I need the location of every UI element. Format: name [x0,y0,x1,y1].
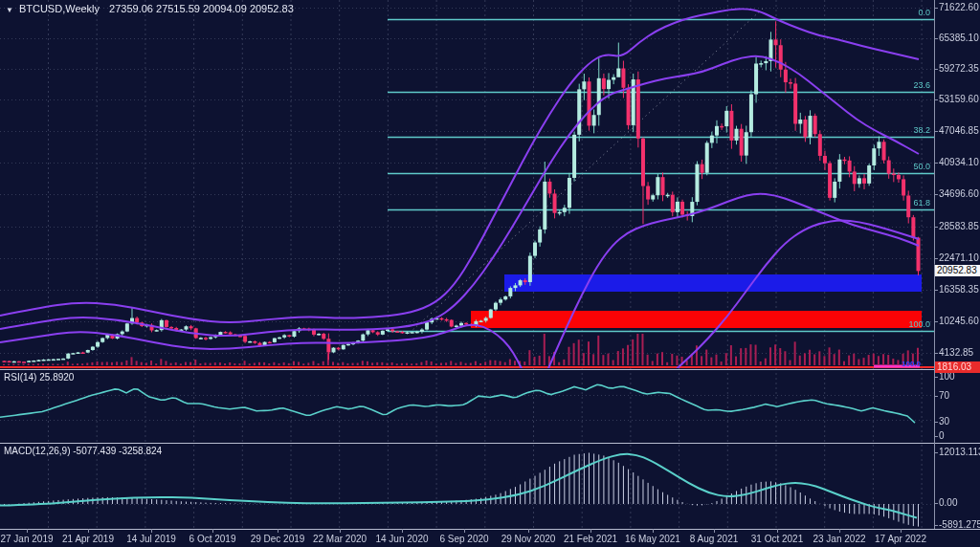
fib-level-label: 23.6 [913,80,930,90]
date-label: 6 Oct 2019 [189,534,236,544]
macd-axis-label: -5891.275 [939,519,980,530]
fib-level-label: 50.0 [913,162,930,171]
price-axis-label: 22471.10 [939,252,979,263]
symbol-marker-icon: ▼ [6,6,13,14]
rsi-indicator-label: RSI(14) 25.8920 [4,372,74,383]
rsi-axis-label: 30 [939,416,949,427]
rsi-axis-label: 70 [939,390,949,401]
date-label: 14 Jun 2020 [375,534,428,544]
date-label: 8 Aug 2021 [690,534,739,544]
price-axis-label: 28583.85 [939,221,979,231]
fib-level-label: 38.2 [913,125,930,135]
price-axis-label: 47046.85 [939,125,979,136]
trading-chart-window: 71622.6065385.1059272.3553159.6047046.85… [0,0,980,547]
price-axis-label: 40934.10 [939,157,979,167]
price-axis-label: 4132.85 [939,347,973,358]
price-axis-label: 71622.60 [939,2,979,12]
price-axis-label: 10245.60 [939,316,979,326]
fib-level-label: 0.0 [918,8,930,17]
date-label: 14 Jul 2019 [126,534,176,544]
price-axis-label: 65385.10 [939,33,979,43]
date-label: 21 Apr 2019 [62,534,114,544]
rsi-axis-label: 0 [939,430,945,441]
date-label: 29 Nov 2020 [501,534,556,544]
date-label: 21 Feb 2021 [564,534,617,544]
date-label: 17 Apr 2022 [875,534,926,544]
price-axis-label: 53159.60 [939,94,979,104]
date-label: 31 Oct 2021 [751,534,803,544]
alert-price-tag: 1816.03 [935,361,980,373]
macd-axis-label: 0.00 [939,497,957,508]
secondary-fib-label: 100.0 [902,360,921,368]
price-axis-label: 16358.35 [939,284,979,295]
chart-title: ▼BTCUSD,Weekly27359.06 27515.59 20094.09… [6,3,294,14]
macd-axis-label: 12013.113 [939,447,980,457]
date-label: 6 Sep 2020 [439,534,488,544]
macd-indicator-label: MACD(12,26,9) -5077.439 -3258.824 [4,446,162,456]
price-axis-label: 59272.35 [939,63,979,74]
current-price-tag: 20952.83 [935,265,980,276]
chart-canvas[interactable] [0,0,980,547]
fib-level-label: 61.8 [913,198,930,208]
fib-level-label: 100.0 [908,319,930,329]
date-label: 23 Jan 2022 [813,534,865,544]
date-label: 27 Jan 2019 [0,534,53,544]
date-label: 22 Mar 2020 [313,534,367,544]
chart-title-ohlc: 27359.06 27515.59 20094.09 20952.83 [109,3,294,14]
price-axis-label: 34696.60 [939,188,979,199]
date-label: 16 May 2021 [625,534,680,544]
chart-title-symbol: BTCUSD,Weekly [19,3,100,14]
date-label: 29 Dec 2019 [251,534,305,544]
